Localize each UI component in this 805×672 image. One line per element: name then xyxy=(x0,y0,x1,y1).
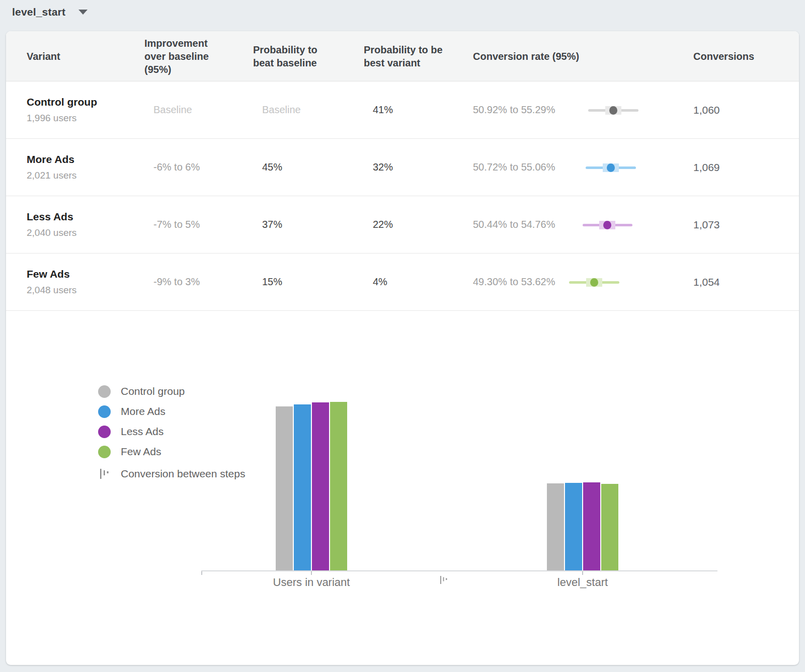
legend-item: Less Ads xyxy=(98,422,245,442)
table-row: Few Ads 2,048 users -9% to 3% 15% 4% 49.… xyxy=(6,254,799,311)
axis-tick xyxy=(582,571,583,575)
legend-label: Less Ads xyxy=(121,426,164,438)
bar xyxy=(330,402,347,571)
axis-tick xyxy=(201,571,202,575)
results-card: Variant Improvement over baseline (95%) … xyxy=(6,31,799,665)
variant-users: 1,996 users xyxy=(27,113,144,124)
confidence-interval xyxy=(564,218,649,231)
variant-name: More Ads xyxy=(27,153,144,165)
legend-label: Few Ads xyxy=(121,446,162,458)
table-row: Control group 1,996 users Baseline Basel… xyxy=(6,81,799,139)
prob-best-value: 22% xyxy=(364,219,473,230)
header-cell-improvement: Improvement over baseline (95%) xyxy=(144,37,253,76)
bar xyxy=(565,483,582,571)
conversion-rate-text: 50.44% to 54.76% xyxy=(473,219,543,230)
prob-best-value: 4% xyxy=(364,276,473,288)
conversion-rate-cell: 49.30% to 53.62% xyxy=(473,276,693,289)
conversions-value: 1,069 xyxy=(693,161,784,174)
variant-name: Control group xyxy=(27,96,144,108)
prob-beat-value: 45% xyxy=(253,161,364,173)
bar xyxy=(583,482,600,571)
improvement-value: -9% to 3% xyxy=(144,276,253,288)
variant-cell: Few Ads 2,048 users xyxy=(27,268,144,296)
chevron-down-icon xyxy=(78,10,88,15)
category-label: level_start xyxy=(557,576,608,589)
ci-dot xyxy=(607,163,615,172)
legend-label: Conversion between steps xyxy=(121,468,245,480)
header-cell-variant: Variant xyxy=(27,50,144,63)
improvement-value: -6% to 6% xyxy=(144,161,253,173)
variant-users: 2,040 users xyxy=(27,227,144,238)
conversion-rate-text: 50.72% to 55.06% xyxy=(473,161,543,173)
legend-item: Conversion between steps xyxy=(98,464,245,484)
legend-swatch-more-ads xyxy=(98,405,111,418)
conversion-steps-icon xyxy=(98,468,111,479)
table-row: Less Ads 2,040 users -7% to 5% 37% 22% 5… xyxy=(6,196,799,254)
bar-group-users-in-variant xyxy=(276,402,347,571)
x-axis xyxy=(201,570,717,571)
bar xyxy=(276,406,293,571)
header-cell-conv-rate: Conversion rate (95%) xyxy=(473,50,693,63)
prob-best-value: 41% xyxy=(364,104,473,116)
legend-swatch-control xyxy=(98,385,111,398)
chart-legend: Control group More Ads Less Ads Few Ads xyxy=(98,381,245,484)
header-cell-conversions: Conversions xyxy=(693,50,784,63)
confidence-interval xyxy=(564,161,649,174)
ci-dot xyxy=(609,106,617,115)
conversions-value: 1,054 xyxy=(693,276,784,288)
prob-beat-value: 37% xyxy=(253,219,364,230)
conversion-rate-cell: 50.72% to 55.06% xyxy=(473,161,693,174)
variant-name: Less Ads xyxy=(27,211,144,223)
legend-item: Few Ads xyxy=(98,442,245,462)
prob-beat-value: 15% xyxy=(253,276,364,288)
bar-group-level-start xyxy=(547,482,618,571)
bar xyxy=(547,483,564,571)
variant-name: Few Ads xyxy=(27,268,144,280)
legend-label: More Ads xyxy=(121,405,166,417)
legend-item: More Ads xyxy=(98,401,245,422)
variant-cell: Less Ads 2,040 users xyxy=(27,211,144,238)
bar xyxy=(312,402,329,571)
variant-cell: Control group 1,996 users xyxy=(27,96,144,124)
legend-item: Control group xyxy=(98,381,245,401)
bar xyxy=(601,484,618,571)
conversions-value: 1,073 xyxy=(693,219,784,231)
improvement-value: Baseline xyxy=(144,104,253,116)
ci-dot xyxy=(603,221,611,229)
variant-users: 2,048 users xyxy=(27,285,144,296)
category-label: Users in variant xyxy=(273,576,350,589)
conversion-rate-cell: 50.92% to 55.29% xyxy=(473,104,693,117)
table-header: Variant Improvement over baseline (95%) … xyxy=(6,31,799,81)
variant-users: 2,021 users xyxy=(27,170,144,181)
table-row: More Ads 2,021 users -6% to 6% 45% 32% 5… xyxy=(6,139,799,196)
conversion-rate-text: 50.92% to 55.29% xyxy=(473,104,543,116)
legend-label: Control group xyxy=(121,385,185,397)
legend-swatch-less-ads xyxy=(98,426,111,438)
prob-best-value: 32% xyxy=(364,161,473,173)
header-cell-prob-best: Probability to be best variant xyxy=(364,43,473,69)
conversions-value: 1,060 xyxy=(693,104,784,116)
prob-beat-value: Baseline xyxy=(253,104,364,116)
variant-cell: More Ads 2,021 users xyxy=(27,153,144,181)
bar xyxy=(294,404,311,571)
metric-selector[interactable]: level_start xyxy=(12,6,88,18)
conversion-rate-cell: 50.44% to 54.76% xyxy=(473,218,693,231)
funnel-chart: Control group More Ads Less Ads Few Ads xyxy=(6,311,799,665)
confidence-interval xyxy=(564,276,649,289)
header-cell-prob-beat: Probability to beat baseline xyxy=(253,43,364,69)
axis-tick xyxy=(311,571,312,575)
metric-selector-label: level_start xyxy=(12,6,65,18)
confidence-interval xyxy=(564,104,649,117)
conversion-rate-text: 49.30% to 53.62% xyxy=(473,276,543,288)
improvement-value: -7% to 5% xyxy=(144,219,253,230)
ci-dot xyxy=(590,278,598,287)
conversion-marker-icon xyxy=(440,575,447,586)
legend-swatch-few-ads xyxy=(98,446,111,458)
